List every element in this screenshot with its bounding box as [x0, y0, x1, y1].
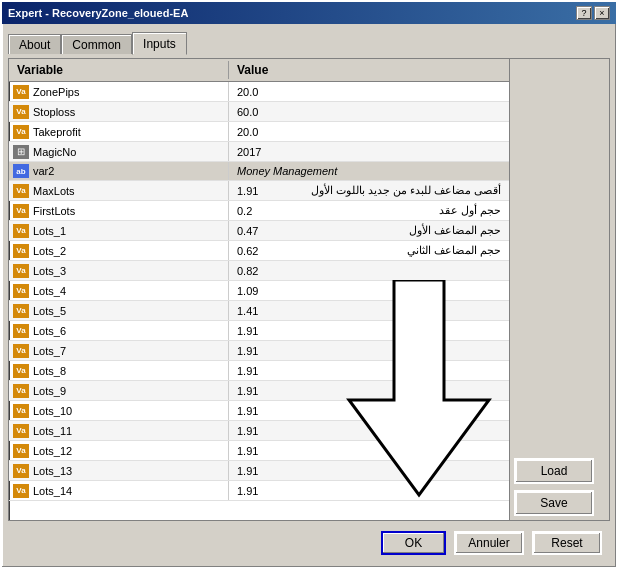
cell-value: 1.91: [229, 321, 266, 340]
cell-variable: VaLots_9: [9, 381, 229, 400]
row-icon-va: Va: [13, 404, 29, 418]
tab-common[interactable]: Common: [61, 34, 132, 54]
cell-value: 20.0: [229, 122, 266, 141]
cell-variable: VaLots_6: [9, 321, 229, 340]
table-row[interactable]: VaLots_131.91: [9, 461, 509, 481]
cell-value: 1.09: [229, 281, 266, 300]
table-header: Variable Value: [9, 59, 509, 82]
row-icon-va: Va: [13, 125, 29, 139]
variable-name: Takeprofit: [33, 126, 81, 138]
cell-variable: VaZonePips: [9, 82, 229, 101]
table-row[interactable]: VaLots_10.47حجم المضاعف الأول: [9, 221, 509, 241]
variable-name: var2: [33, 165, 54, 177]
help-button[interactable]: ?: [576, 6, 592, 20]
save-button[interactable]: Save: [514, 490, 594, 516]
cell-variable: VaMaxLots: [9, 181, 229, 200]
row-icon-va: Va: [13, 85, 29, 99]
ok-button[interactable]: OK: [381, 531, 446, 555]
cell-variable: VaLots_14: [9, 481, 229, 500]
table-row[interactable]: abvar2Money Management: [9, 162, 509, 181]
table-row[interactable]: VaZonePips20.0: [9, 82, 509, 102]
row-icon-va: Va: [13, 264, 29, 278]
variable-name: Lots_12: [33, 445, 72, 457]
row-icon-va: Va: [13, 184, 29, 198]
variable-name: Lots_13: [33, 465, 72, 477]
cell-value: 0.47حجم المضاعف الأول: [229, 221, 509, 240]
row-icon-va: Va: [13, 384, 29, 398]
cell-value: 0.62حجم المضاعف الثاني: [229, 241, 509, 260]
cell-value: 2017: [229, 142, 269, 161]
cell-variable: VaFirstLots: [9, 201, 229, 220]
table-row[interactable]: VaLots_71.91: [9, 341, 509, 361]
variable-name: Lots_8: [33, 365, 66, 377]
annuler-button[interactable]: Annuler: [454, 531, 524, 555]
cell-variable: VaLots_3: [9, 261, 229, 280]
tab-inputs[interactable]: Inputs: [132, 32, 187, 55]
cell-value: 60.0: [229, 102, 266, 121]
table-row[interactable]: VaLots_51.41: [9, 301, 509, 321]
cell-variable: VaLots_12: [9, 441, 229, 460]
table-row[interactable]: VaLots_91.91: [9, 381, 509, 401]
table-row[interactable]: VaMaxLots1.91أقصى مضاعف للبدء من جديد با…: [9, 181, 509, 201]
variable-name: Lots_6: [33, 325, 66, 337]
table-row[interactable]: VaLots_30.82: [9, 261, 509, 281]
variable-name: ZonePips: [33, 86, 79, 98]
tab-content: Variable Value VaZonePips20.0VaStoploss6…: [8, 58, 610, 521]
cell-value: 1.91: [229, 461, 266, 480]
cell-variable: VaTakeprofit: [9, 122, 229, 141]
row-icon-va: Va: [13, 284, 29, 298]
cell-value: 1.91أقصى مضاعف للبدء من جديد باللوت الأو…: [229, 181, 509, 200]
load-button[interactable]: Load: [514, 458, 594, 484]
title-bar: Expert - RecoveryZone_eloued-EA ? ×: [2, 2, 616, 24]
side-panel: Load Save: [509, 59, 609, 520]
cell-value: 1.91: [229, 361, 266, 380]
table-row[interactable]: VaLots_20.62حجم المضاعف الثاني: [9, 241, 509, 261]
variable-name: MagicNo: [33, 146, 76, 158]
cell-value: 1.91: [229, 481, 266, 500]
title-bar-buttons: ? ×: [576, 6, 610, 20]
variable-name: Lots_9: [33, 385, 66, 397]
reset-button[interactable]: Reset: [532, 531, 602, 555]
variable-name: MaxLots: [33, 185, 75, 197]
variable-name: Lots_7: [33, 345, 66, 357]
cell-variable: VaLots_1: [9, 221, 229, 240]
row-icon-ab: ab: [13, 164, 29, 178]
table-row[interactable]: VaLots_41.09: [9, 281, 509, 301]
col-header-variable: Variable: [9, 61, 229, 79]
row-icon-va: Va: [13, 364, 29, 378]
table-body[interactable]: VaZonePips20.0VaStoploss60.0VaTakeprofit…: [9, 82, 509, 520]
cell-variable: VaLots_4: [9, 281, 229, 300]
table-row[interactable]: VaLots_111.91: [9, 421, 509, 441]
row-icon-va: Va: [13, 464, 29, 478]
row-icon-va: Va: [13, 244, 29, 258]
cell-value: 1.91: [229, 341, 266, 360]
table-row[interactable]: VaLots_101.91: [9, 401, 509, 421]
cell-value: 1.41: [229, 301, 266, 320]
table-row[interactable]: VaLots_61.91: [9, 321, 509, 341]
table-row[interactable]: VaFirstLots0.2حجم أول عقد: [9, 201, 509, 221]
cell-variable: VaLots_13: [9, 461, 229, 480]
cell-variable: VaStoploss: [9, 102, 229, 121]
row-icon-va: Va: [13, 105, 29, 119]
variable-name: Stoploss: [33, 106, 75, 118]
cell-value: 20.0: [229, 82, 266, 101]
table-row[interactable]: VaLots_141.91: [9, 481, 509, 501]
cell-variable: VaLots_11: [9, 421, 229, 440]
table-row[interactable]: ⊞MagicNo2017: [9, 142, 509, 162]
cell-variable: VaLots_5: [9, 301, 229, 320]
table-row[interactable]: VaStoploss60.0: [9, 102, 509, 122]
variable-name: Lots_10: [33, 405, 72, 417]
cell-value: 1.91: [229, 401, 266, 420]
variable-name: Lots_14: [33, 485, 72, 497]
table-row[interactable]: VaLots_121.91: [9, 441, 509, 461]
variable-name: Lots_2: [33, 245, 66, 257]
table-row[interactable]: VaLots_81.91: [9, 361, 509, 381]
close-button[interactable]: ×: [594, 6, 610, 20]
cell-value: 0.82: [229, 261, 266, 280]
tab-about[interactable]: About: [8, 34, 61, 54]
tab-bar: About Common Inputs: [8, 30, 610, 54]
row-icon-va: Va: [13, 424, 29, 438]
table-row[interactable]: VaTakeprofit20.0: [9, 122, 509, 142]
cell-value: Money Management: [229, 162, 509, 180]
cell-value: 1.91: [229, 421, 266, 440]
